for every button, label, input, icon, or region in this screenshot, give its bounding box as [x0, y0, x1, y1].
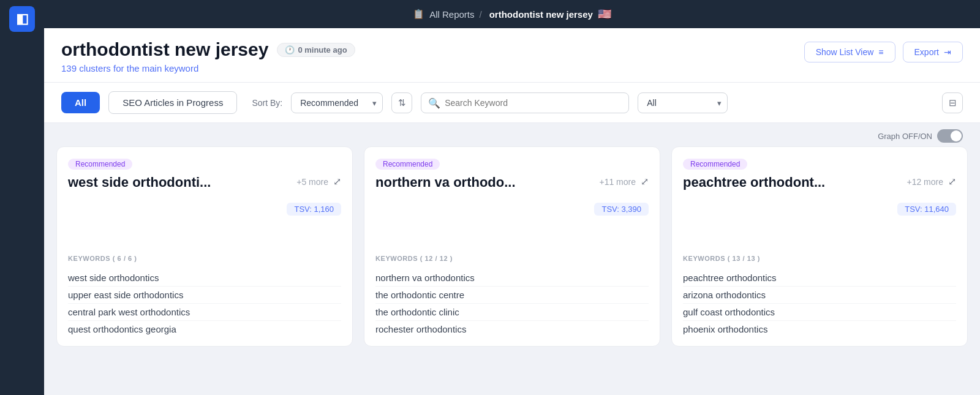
main-content: orthodontist new jersey 🕐 0 minute ago 1…: [44, 0, 980, 359]
search-wrapper: 🔍: [421, 92, 629, 113]
card-title-row-1: northern va orthodo... +11 more ⤢: [375, 175, 649, 190]
keyword-item: phoenix orthodontics: [683, 321, 956, 337]
keyword-item: gulf coast orthodontics: [683, 304, 956, 321]
search-icon: 🔍: [428, 97, 440, 108]
expand-icon-1[interactable]: ⤢: [641, 176, 649, 187]
topbar-keyword: orthodontist new jersey: [489, 9, 593, 20]
cards-grid: Recommended west side orthodonti... +5 m…: [44, 146, 980, 359]
keyword-item: arizona orthodontics: [683, 287, 956, 304]
header-title-row: orthodontist new jersey 🕐 0 minute ago: [61, 39, 355, 60]
card-title-row-2: peachtree orthodont... +12 more ⤢: [683, 175, 956, 190]
search-input[interactable]: [421, 92, 629, 113]
filter-select[interactable]: All Recommended In Progress: [638, 92, 728, 113]
keywords-list-1: northern va orthodonticsthe orthodontic …: [375, 269, 649, 337]
keywords-list-0: west side orthodonticsupper east side or…: [68, 269, 341, 337]
topbar-separator: /: [479, 9, 481, 20]
header: orthodontist new jersey 🕐 0 minute ago 1…: [44, 28, 980, 83]
keyword-item: the orthodontic clinic: [375, 304, 649, 321]
tab-seo-articles[interactable]: SEO Articles in Progress: [108, 91, 237, 114]
card-1: Recommended northern va orthodo... +11 m…: [364, 146, 660, 347]
card-more-1: +11 more: [599, 177, 636, 187]
page-title: orthodontist new jersey: [61, 39, 268, 60]
keyword-item: central park west orthodontics: [68, 304, 341, 321]
clipboard-icon: 📋: [413, 9, 424, 20]
keywords-list-2: peachtree orthodonticsarizona orthodonti…: [683, 269, 956, 337]
expand-icon-2[interactable]: ⤢: [948, 176, 956, 187]
keyword-item: quest orthodontics georgia: [68, 321, 341, 337]
filter-select-wrapper: All Recommended In Progress: [638, 92, 728, 113]
graph-toggle-label: Graph OFF/ON: [878, 132, 932, 141]
clock-icon: 🕐: [285, 45, 295, 55]
tsv-badge-0: TSV: 1,160: [287, 203, 341, 216]
export-button[interactable]: Export ⇥: [903, 42, 963, 62]
tab-all[interactable]: All: [61, 92, 100, 113]
app-logo[interactable]: ◧: [9, 6, 35, 32]
card-title-2: peachtree orthodont...: [683, 175, 902, 190]
keyword-item: the orthodontic centre: [375, 287, 649, 304]
card-2: Recommended peachtree orthodont... +12 m…: [671, 146, 968, 347]
card-more-0: +5 more: [296, 177, 328, 187]
tsv-badge-1: TSV: 3,390: [594, 203, 649, 216]
keyword-item: west side orthodontics: [68, 269, 341, 287]
recommended-badge-2: Recommended: [683, 159, 747, 170]
expand-icon-0[interactable]: ⤢: [333, 176, 341, 187]
card-title-row-0: west side orthodonti... +5 more ⤢: [68, 175, 341, 190]
keywords-header-2: KEYWORDS ( 13 / 13 ): [683, 255, 956, 262]
keyword-item: northern va orthodontics: [375, 269, 649, 287]
sort-label: Sort By:: [252, 98, 282, 108]
toolbar: All SEO Articles in Progress Sort By: Re…: [44, 83, 980, 123]
time-label: 0 minute ago: [298, 45, 347, 55]
cluster-count: 139 clusters for the main keyword: [61, 63, 355, 73]
recommended-badge-0: Recommended: [68, 159, 132, 170]
show-list-view-label: Show List View: [816, 47, 874, 57]
sort-order-icon[interactable]: ⇅: [391, 92, 412, 113]
logo-icon: ◧: [16, 11, 29, 27]
header-left: orthodontist new jersey 🕐 0 minute ago 1…: [61, 39, 355, 73]
keywords-header-1: KEYWORDS ( 12 / 12 ): [375, 255, 649, 262]
sidebar: ◧: [0, 0, 44, 395]
recommended-badge-1: Recommended: [375, 159, 440, 170]
keyword-item: peachtree orthodontics: [683, 269, 956, 287]
export-icon: ⇥: [944, 47, 951, 57]
card-title-1: northern va orthodo...: [375, 175, 594, 190]
export-label: Export: [914, 47, 939, 57]
card-title-0: west side orthodonti...: [68, 175, 292, 190]
sort-wrapper: Recommended TSV Alphabetical: [291, 92, 383, 113]
filter-icon[interactable]: ⊟: [942, 92, 963, 113]
sort-select[interactable]: Recommended TSV Alphabetical: [291, 92, 383, 113]
keyword-item: upper east side orthodontics: [68, 287, 341, 304]
card-0: Recommended west side orthodonti... +5 m…: [56, 146, 353, 347]
header-time: 🕐 0 minute ago: [277, 43, 355, 57]
topbar-reports[interactable]: All Reports: [429, 9, 474, 20]
tsv-badge-2: TSV: 11,640: [897, 203, 956, 216]
topbar: 📋 All Reports / orthodontist new jersey …: [44, 0, 980, 28]
keyword-item: rochester orthodontics: [375, 321, 649, 337]
topbar-flag: 🇺🇸: [598, 7, 611, 21]
graph-toggle-row: Graph OFF/ON: [44, 123, 980, 146]
header-actions: Show List View ≡ Export ⇥: [804, 42, 963, 62]
show-list-view-button[interactable]: Show List View ≡: [804, 42, 895, 62]
keywords-header-0: KEYWORDS ( 6 / 6 ): [68, 255, 341, 262]
list-icon: ≡: [878, 47, 883, 57]
graph-toggle-switch[interactable]: [937, 129, 963, 143]
card-more-2: +12 more: [907, 177, 943, 187]
